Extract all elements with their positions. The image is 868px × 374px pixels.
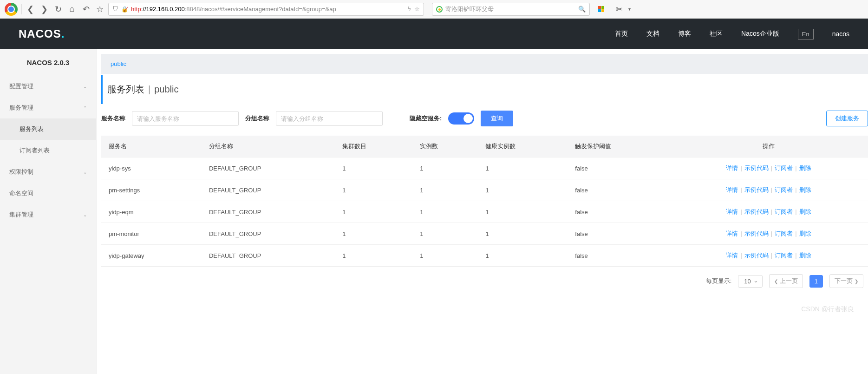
shield-icon: ⛉ bbox=[112, 6, 118, 13]
cell-instances: 1 bbox=[412, 223, 478, 245]
action-code[interactable]: 示例代码 bbox=[744, 164, 769, 171]
cell-actions: 详情|示例代码|订阅者|删除 bbox=[669, 245, 868, 267]
chevron-down-icon: ⌄ bbox=[83, 84, 87, 89]
sidebar-title: NACOS 2.0.3 bbox=[0, 49, 96, 76]
chevron-down-icon: ⌄ bbox=[83, 212, 87, 217]
action-delete[interactable]: 删除 bbox=[799, 230, 811, 237]
service-name-input[interactable] bbox=[132, 111, 239, 126]
cell-actions: 详情|示例代码|订阅者|删除 bbox=[669, 157, 868, 179]
cell-healthy: 1 bbox=[478, 223, 568, 245]
namespace-tabs: public bbox=[101, 54, 868, 74]
nav-docs[interactable]: 文档 bbox=[646, 30, 659, 38]
cell-actions: 详情|示例代码|订阅者|删除 bbox=[669, 179, 868, 201]
nav-back-icon[interactable]: ❮ bbox=[26, 4, 35, 14]
cell-name: yidp-eqm bbox=[101, 201, 202, 223]
scissors-icon[interactable]: ✂ bbox=[616, 4, 623, 14]
pagination: 每页显示: 10 ❮上一页 1 下一页❯ bbox=[101, 267, 868, 295]
action-detail[interactable]: 详情 bbox=[726, 252, 738, 259]
menu-namespace[interactable]: 命名空间 bbox=[0, 183, 96, 204]
action-subscribers[interactable]: 订阅者 bbox=[775, 164, 793, 171]
nav-community[interactable]: 社区 bbox=[710, 30, 723, 38]
cell-healthy: 1 bbox=[478, 245, 568, 267]
action-delete[interactable]: 删除 bbox=[799, 208, 811, 215]
action-subscribers[interactable]: 订阅者 bbox=[775, 230, 793, 237]
nav-undo-icon[interactable]: ↶ bbox=[81, 4, 91, 14]
action-detail[interactable]: 详情 bbox=[726, 164, 738, 171]
content-area: public 服务列表|public 服务名称 分组名称 隐藏空服务: 查询 创… bbox=[97, 49, 868, 374]
url-text: http://192.168.0.200:8848/nacos/#/servic… bbox=[131, 6, 336, 13]
page-1-button[interactable]: 1 bbox=[809, 275, 823, 288]
action-detail[interactable]: 详情 bbox=[726, 208, 738, 215]
cell-healthy: 1 bbox=[478, 201, 568, 223]
ms-grid-icon[interactable] bbox=[598, 6, 604, 12]
user-name[interactable]: nacos bbox=[832, 30, 849, 38]
chevron-up-icon: ⌃ bbox=[83, 105, 87, 111]
dropdown-icon[interactable]: ▾ bbox=[628, 7, 631, 12]
action-code[interactable]: 示例代码 bbox=[744, 252, 769, 259]
table-row: yidp-eqmDEFAULT_GROUP111false详情|示例代码|订阅者… bbox=[101, 201, 868, 223]
bookmark-icon[interactable]: ☆ bbox=[414, 6, 420, 13]
action-subscribers[interactable]: 订阅者 bbox=[775, 186, 793, 193]
nav-star-icon[interactable]: ☆ bbox=[95, 4, 104, 14]
cell-healthy: 1 bbox=[478, 179, 568, 201]
action-subscribers[interactable]: 订阅者 bbox=[775, 252, 793, 259]
table-row: pm-settingsDEFAULT_GROUP111false详情|示例代码|… bbox=[101, 179, 868, 201]
create-service-button[interactable]: 创建服务 bbox=[826, 111, 868, 126]
col-healthy: 健康实例数 bbox=[478, 136, 568, 157]
nav-home[interactable]: 首页 bbox=[615, 30, 628, 38]
bolt-icon[interactable]: ϟ bbox=[407, 6, 411, 13]
action-code[interactable]: 示例代码 bbox=[744, 208, 769, 215]
lang-toggle[interactable]: En bbox=[798, 29, 814, 39]
browser-search-input[interactable]: 寄洛阳铲吓坏父母 🔍 bbox=[432, 3, 590, 16]
hide-empty-switch[interactable] bbox=[448, 112, 474, 125]
browser-toolbar: ❮ ❯ ↻ ⌂ ↶ ☆ ⛉ 🔒̸ http://192.168.0.200:88… bbox=[0, 0, 868, 19]
menu-permission[interactable]: 权限控制⌄ bbox=[0, 161, 96, 183]
action-subscribers[interactable]: 订阅者 bbox=[775, 208, 793, 215]
cell-name: pm-settings bbox=[101, 179, 202, 201]
cell-healthy: 1 bbox=[478, 157, 568, 179]
search-icon[interactable]: 🔍 bbox=[578, 6, 586, 13]
cell-instances: 1 bbox=[412, 201, 478, 223]
submenu-service-list[interactable]: 服务列表 bbox=[0, 118, 96, 140]
menu-config[interactable]: 配置管理⌄ bbox=[0, 76, 96, 97]
search-button[interactable]: 查询 bbox=[481, 111, 513, 126]
next-page-button[interactable]: 下一页❯ bbox=[829, 274, 863, 288]
submenu-subscribers[interactable]: 订阅者列表 bbox=[0, 140, 96, 161]
action-code[interactable]: 示例代码 bbox=[744, 186, 769, 193]
group-name-input[interactable] bbox=[276, 111, 383, 126]
hide-empty-label: 隐藏空服务: bbox=[410, 114, 442, 123]
cell-threshold: false bbox=[568, 179, 669, 201]
cell-group: DEFAULT_GROUP bbox=[202, 245, 335, 267]
nav-reload-icon[interactable]: ↻ bbox=[53, 4, 63, 14]
cell-instances: 1 bbox=[412, 179, 478, 201]
nav-home-icon[interactable]: ⌂ bbox=[67, 4, 77, 14]
cell-instances: 1 bbox=[412, 245, 478, 267]
col-clusters: 集群数目 bbox=[335, 136, 412, 157]
action-delete[interactable]: 删除 bbox=[799, 186, 811, 193]
action-delete[interactable]: 删除 bbox=[799, 164, 811, 171]
cell-name: pm-monitor bbox=[101, 223, 202, 245]
cell-threshold: false bbox=[568, 157, 669, 179]
cell-group: DEFAULT_GROUP bbox=[202, 223, 335, 245]
nav-enterprise[interactable]: Nacos企业版 bbox=[741, 30, 779, 38]
menu-service[interactable]: 服务管理⌃ bbox=[0, 97, 96, 118]
namespace-tab-public[interactable]: public bbox=[111, 60, 126, 67]
menu-cluster[interactable]: 集群管理⌄ bbox=[0, 204, 96, 225]
nav-forward-icon[interactable]: ❯ bbox=[39, 4, 49, 14]
service-table: 服务名 分组名称 集群数目 实例数 健康实例数 触发保护阈值 操作 yidp-s… bbox=[101, 136, 868, 267]
action-delete[interactable]: 删除 bbox=[799, 252, 811, 259]
action-detail[interactable]: 详情 bbox=[726, 186, 738, 193]
col-threshold: 触发保护阈值 bbox=[568, 136, 669, 157]
nav-blog[interactable]: 博客 bbox=[678, 30, 691, 38]
action-detail[interactable]: 详情 bbox=[726, 230, 738, 237]
prev-page-button[interactable]: ❮上一页 bbox=[769, 274, 803, 288]
cell-clusters: 1 bbox=[335, 157, 412, 179]
per-page-select[interactable]: 10 bbox=[738, 275, 762, 288]
nacos-logo[interactable]: NACOS. bbox=[19, 27, 65, 40]
action-code[interactable]: 示例代码 bbox=[744, 230, 769, 237]
url-bar[interactable]: ⛉ 🔒̸ http://192.168.0.200:8848/nacos/#/s… bbox=[108, 3, 424, 16]
cell-threshold: false bbox=[568, 245, 669, 267]
col-instances: 实例数 bbox=[412, 136, 478, 157]
cell-actions: 详情|示例代码|订阅者|删除 bbox=[669, 201, 868, 223]
filter-bar: 服务名称 分组名称 隐藏空服务: 查询 创建服务 bbox=[101, 104, 868, 133]
